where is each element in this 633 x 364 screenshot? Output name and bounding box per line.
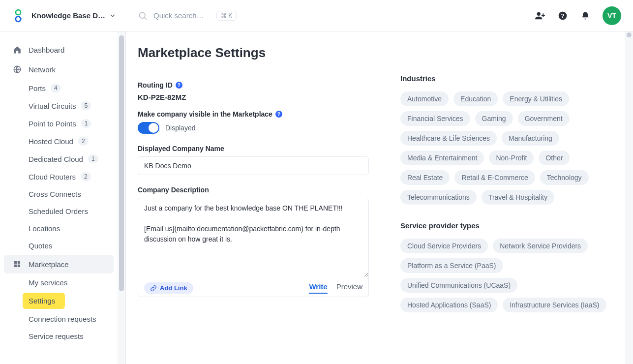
sidebar-item-dedicated-cloud[interactable]: Dedicated Cloud1 <box>0 151 114 167</box>
industry-chip[interactable]: Retail & E-Commerce <box>454 170 535 185</box>
service-provider-type-chip[interactable]: Cloud Service Providers <box>400 239 488 253</box>
sidebar-item-marketplace[interactable]: Marketplace <box>4 255 114 273</box>
scrollbar-thumb[interactable] <box>627 32 632 37</box>
user-avatar[interactable]: VT <box>603 6 621 25</box>
sidebar-item-locations[interactable]: Locations <box>0 220 114 237</box>
search-input[interactable] <box>152 11 211 20</box>
sidebar-item-cross-connects[interactable]: Cross Connects <box>0 186 114 202</box>
brand-logo-icon <box>10 7 27 24</box>
visibility-help[interactable]: ? <box>275 111 282 118</box>
sidebar-item-quotes[interactable]: Quotes <box>0 238 114 254</box>
industry-chip[interactable]: Real Estate <box>400 170 450 185</box>
sidebar-item-service-requests[interactable]: Service requests <box>0 328 114 344</box>
tab-write[interactable]: Write <box>309 282 327 294</box>
industry-chip[interactable]: Energy & Utilities <box>503 91 569 106</box>
main-content: Marketplace Settings Routing ID ? KD-P2E… <box>126 31 625 364</box>
sidebar-item-dashboard[interactable]: Dashboard <box>4 40 114 59</box>
sidebar-item-connection-requests[interactable]: Connection requests <box>0 311 114 327</box>
link-icon <box>150 285 157 292</box>
workspace-name: Knowledge Base D… <box>31 11 105 20</box>
global-search[interactable]: ⌘ K <box>126 11 535 21</box>
industry-chip[interactable]: Automotive <box>400 91 449 106</box>
routing-id-value: KD-P2E-82MZ <box>138 93 369 101</box>
count-badge: 1 <box>81 119 91 128</box>
industry-chip[interactable]: Media & Entertainment <box>400 151 484 165</box>
industries-chips: AutomotiveEducationEnergy & UtilitiesFin… <box>400 91 607 205</box>
workspace-switcher[interactable]: Knowledge Base D… <box>31 11 116 20</box>
service-provider-type-chip[interactable]: Hosted Applications (SaaS) <box>400 298 498 312</box>
scrollbar-thumb[interactable] <box>119 35 124 291</box>
sidebar-item-scheduled-orders[interactable]: Scheduled Orders <box>0 203 114 219</box>
visibility-toggle[interactable] <box>138 122 159 134</box>
description-tabs: Write Preview <box>309 282 362 294</box>
topbar-actions: ? VT <box>535 6 621 25</box>
sidebar-item-label: Cross Connects <box>29 190 81 198</box>
notifications-button[interactable] <box>580 10 591 21</box>
industry-chip[interactable]: Healthcare & Life Sciences <box>400 131 497 146</box>
sidebar-item-settings[interactable]: Settings <box>23 293 65 309</box>
sidebar-item-hosted-cloud[interactable]: Hosted Cloud2 <box>0 133 114 150</box>
sidebar-scrollbar[interactable] <box>118 31 125 364</box>
sidebar-item-label: My services <box>29 278 67 287</box>
industry-chip[interactable]: Financial Services <box>400 111 470 126</box>
sidebar-item-label: Scheduled Orders <box>29 207 88 215</box>
topbar: Knowledge Base D… ⌘ K ? VT <box>0 0 633 31</box>
sidebar-item-label: Quotes <box>29 242 52 250</box>
sidebar-item-label: Marketplace <box>29 260 69 269</box>
svg-line-1 <box>145 17 147 19</box>
sidebar-item-ports[interactable]: Ports4 <box>0 80 114 96</box>
industry-chip[interactable]: Technology <box>540 170 589 185</box>
sidebar-item-network[interactable]: Network <box>4 60 114 79</box>
sidebar: Dashboard Network Ports4Virtual Circuits… <box>0 31 126 364</box>
help-button[interactable]: ? <box>557 10 568 21</box>
service-provider-type-chip[interactable]: Infrastructure Services (IaaS) <box>503 298 606 312</box>
sidebar-item-virtual-circuits[interactable]: Virtual Circuits5 <box>0 97 114 114</box>
industry-chip[interactable]: Travel & Hospitality <box>482 190 554 205</box>
count-badge: 4 <box>51 84 61 92</box>
logo-area: Knowledge Base D… <box>6 7 126 24</box>
help-icon: ? <box>558 11 568 21</box>
service-provider-type-chip[interactable]: Unified Communications (UCaaS) <box>400 278 517 293</box>
svg-rect-8 <box>14 265 17 267</box>
sidebar-item-point-to-points[interactable]: Point to Points1 <box>0 115 114 132</box>
company-description-wrap: Add Link Write Preview <box>138 198 369 297</box>
bell-icon <box>580 11 590 21</box>
industry-chip[interactable]: Manufacturing <box>502 131 559 146</box>
sidebar-item-label: Virtual Circuits <box>29 102 76 110</box>
count-badge: 2 <box>78 137 89 146</box>
routing-id-label: Routing ID ? <box>138 81 369 89</box>
routing-id-help[interactable]: ? <box>176 82 182 89</box>
svg-text:?: ? <box>561 12 564 19</box>
sidebar-item-label: Locations <box>29 224 60 233</box>
page-title: Marketplace Settings <box>138 45 607 61</box>
sidebar-item-label: Cloud Routers <box>29 173 76 181</box>
visibility-label: Make company visible in the Marketplace … <box>138 110 369 118</box>
count-badge: 2 <box>81 172 91 181</box>
tab-preview[interactable]: Preview <box>336 282 362 294</box>
service-provider-type-chip[interactable]: Platform as a Service (PaaS) <box>400 258 503 273</box>
search-icon <box>138 11 148 21</box>
industry-chip[interactable]: Government <box>518 111 570 126</box>
avatar-initials: VT <box>607 12 616 20</box>
industry-chip[interactable]: Non-Profit <box>489 151 534 165</box>
sidebar-item-label: Service requests <box>29 332 84 340</box>
industry-chip[interactable]: Other <box>539 151 570 165</box>
svg-rect-7 <box>18 261 20 264</box>
page-scrollbar[interactable] <box>625 31 633 364</box>
industry-chip[interactable]: Education <box>453 91 498 106</box>
globe-icon <box>13 65 22 74</box>
visibility-state: Displayed <box>165 124 195 132</box>
sidebar-item-my-services[interactable]: My services <box>0 274 114 291</box>
sidebar-item-cloud-routers[interactable]: Cloud Routers2 <box>0 168 114 185</box>
industries-title: Industries <box>400 74 607 83</box>
industry-chip[interactable]: Gaming <box>475 111 513 126</box>
svg-point-2 <box>537 12 541 15</box>
invite-user-button[interactable] <box>535 10 545 21</box>
sidebar-item-label: Hosted Cloud <box>29 137 73 146</box>
count-badge: 5 <box>81 101 91 110</box>
company-description-input[interactable] <box>138 198 368 277</box>
company-name-input[interactable] <box>138 156 369 175</box>
service-provider-type-chip[interactable]: Network Service Providers <box>493 239 588 253</box>
industry-chip[interactable]: Telecommunications <box>400 190 477 205</box>
add-link-button[interactable]: Add Link <box>144 282 193 294</box>
